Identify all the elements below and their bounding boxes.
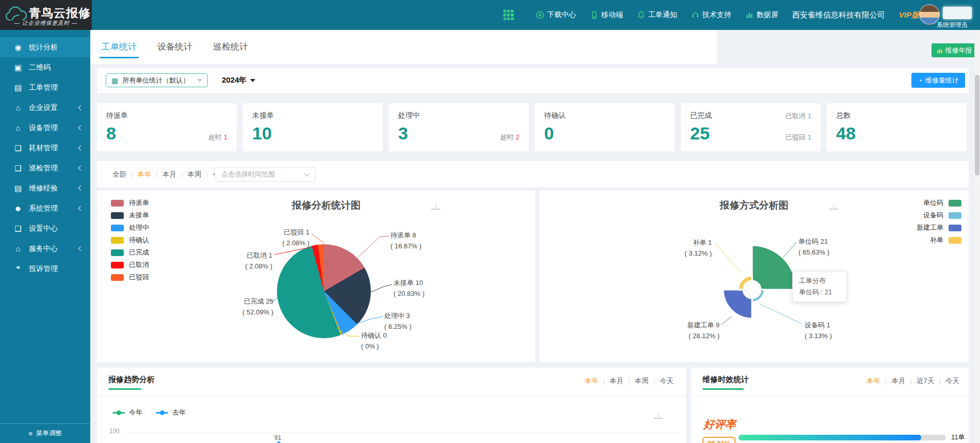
trend-tab-year[interactable]: 本年 xyxy=(584,376,610,386)
timeliness-range-tabs: 本年 本月 近7天 今天 xyxy=(867,376,959,386)
range-all[interactable]: 全部 xyxy=(112,170,138,179)
logo[interactable]: 青鸟云报修 — 让企业维保更及时 — xyxy=(0,0,92,30)
pie-label-chulizhong: 处理中 3 ( 6.25% ) xyxy=(384,310,412,332)
stat-card-pending-confirm: 待确认 0 xyxy=(535,103,675,151)
sidebar-item-label: 统计分析 xyxy=(29,43,58,52)
tab-inspection-stats[interactable]: 巡检统计 xyxy=(211,41,250,64)
legend-label: 已取消 xyxy=(129,260,149,270)
unit-select[interactable]: ▦ 所有单位统计（默认） xyxy=(106,73,208,87)
legend-item[interactable]: 待派单 xyxy=(111,197,149,209)
legend-swatch xyxy=(949,212,961,219)
stat-cancelled: 已取消1 xyxy=(786,112,811,121)
timeliness-tab-month[interactable]: 本月 xyxy=(891,376,917,386)
trend-tab-month[interactable]: 本月 xyxy=(610,376,635,386)
sidebar-item-label: 服务中心 xyxy=(29,244,58,254)
range-this-year[interactable]: 本年 xyxy=(138,170,163,179)
petal-budan[interactable] xyxy=(738,276,752,290)
gridline-dashed xyxy=(126,433,678,433)
legend-swatch xyxy=(111,212,124,219)
positive-rate-label: 好评率 xyxy=(704,417,736,432)
legend-item[interactable]: 补单 xyxy=(917,234,961,246)
legend-item[interactable]: 单位码 xyxy=(917,197,961,209)
trend-tab-week[interactable]: 本周 xyxy=(634,376,660,386)
label-text: 新建工单 9 xyxy=(687,320,720,330)
sidebar-item-system[interactable]: ☻ 系统管理 xyxy=(0,198,90,218)
repair-analysis-pie[interactable] xyxy=(277,244,371,338)
scrollbar-thumb[interactable] xyxy=(975,75,979,176)
sidebar-item-device[interactable]: ⌂ 设备管理 xyxy=(0,118,90,138)
user-block[interactable]: 系统管理员 xyxy=(919,0,977,30)
company-name[interactable]: 西安雀维信息科技有限公司 xyxy=(792,10,885,20)
nav-workorder-notice[interactable]: 工单通知 xyxy=(637,10,677,20)
trend-tab-today[interactable]: 今天 xyxy=(660,376,674,386)
sidebar-item-experience[interactable]: ▤ 维修经验 xyxy=(0,178,90,198)
sidebar-menu: ◉ 统计分析 ▣ 二维码 ▤ 工单管理 ⌂ 企业设置 ⌂ 设备管理 xyxy=(0,30,90,279)
legend-item[interactable]: 处理中 xyxy=(111,222,149,234)
menu-adjust-button[interactable]: ≡ 菜单调整 xyxy=(0,423,90,443)
sidebar-item-complaint[interactable]: ❝ 投诉管理 xyxy=(0,259,90,279)
trend-legend: 今年 去年 xyxy=(112,408,186,417)
overtime-label: 超时 xyxy=(500,133,514,141)
sidebar-item-inspection[interactable]: ❑ 巡检管理 xyxy=(0,158,90,178)
legend-label: 补单 xyxy=(930,235,943,245)
nav-data-screen[interactable]: 数据屏 xyxy=(745,10,778,20)
legend-item[interactable]: 设备码 xyxy=(917,209,961,222)
stat-card-total: 总数 48 xyxy=(827,103,967,151)
download-chart-icon[interactable]: ↓ xyxy=(431,201,440,210)
legend-item[interactable]: 去年 xyxy=(156,408,186,417)
sidebar-item-settings[interactable]: ❑ 设置中心 xyxy=(0,218,90,239)
sidebar-item-enterprise[interactable]: ⌂ 企业设置 xyxy=(0,98,90,118)
petal-danweima[interactable] xyxy=(752,245,796,290)
nav-mobile[interactable]: 移动端 xyxy=(590,10,623,20)
caret-down-icon xyxy=(197,79,202,82)
pie-label-daipaidan: 待派单 8 ( 16.67% ) xyxy=(390,230,421,251)
timeliness-tab-7days[interactable]: 近7天 xyxy=(917,376,945,386)
annual-report-label: 维修年报 xyxy=(945,46,972,55)
petal-shebeima[interactable] xyxy=(752,290,764,302)
cancelled-label: 已取消 xyxy=(786,112,806,120)
range-this-month[interactable]: 本月 xyxy=(162,170,188,179)
sidebar-item-workorder[interactable]: ▤ 工单管理 xyxy=(0,77,90,98)
sidebar-item-stats[interactable]: ◉ 统计分析 xyxy=(0,37,90,57)
date-range-select[interactable]: 点击选择时间范围 xyxy=(215,167,316,182)
legend-item[interactable]: 已取消 xyxy=(111,259,149,271)
nav-download-center[interactable]: 下载中心 xyxy=(536,10,576,20)
nav-tech-support[interactable]: 技术支持 xyxy=(691,10,731,20)
volume-stats-button[interactable]: ◔ 维修量统计 xyxy=(911,73,965,88)
tab-workorder-stats[interactable]: 工单统计 xyxy=(100,41,139,64)
data-point-label: 91 xyxy=(274,434,281,441)
year-select[interactable]: 2024年 xyxy=(222,75,255,85)
tab-device-stats[interactable]: 设备统计 xyxy=(155,41,194,64)
legend-item[interactable]: 今年 xyxy=(112,408,142,417)
annual-report-button[interactable]: 维修年报 xyxy=(932,43,977,57)
top-header: 下载中心 移动端 工单通知 xyxy=(0,0,980,30)
legend-item[interactable]: 已驳回 xyxy=(111,271,149,283)
sidebar-item-service[interactable]: ⌂ 服务中心 xyxy=(0,239,90,259)
qrcode-icon: ▣ xyxy=(13,63,23,72)
download-chart-icon[interactable]: ↓ xyxy=(654,410,663,419)
petal-xinjiangongdan[interactable] xyxy=(723,290,752,319)
time-filter-row: 全部 本年 本月 本周 今天 点击选择时间范围 xyxy=(97,161,969,187)
legend-item[interactable]: 待确认 xyxy=(111,234,149,246)
sidebar-item-consumable[interactable]: ❑ 耗材管理 xyxy=(0,138,90,158)
range-this-week[interactable]: 本周 xyxy=(188,170,213,179)
sidebar-item-qrcode[interactable]: ▣ 二维码 xyxy=(0,57,90,77)
apps-grid-icon[interactable] xyxy=(503,10,514,20)
legend-item[interactable]: 已完成 xyxy=(111,246,149,259)
mini-chart-icon xyxy=(937,48,943,54)
panel-title: 报修趋势分析 xyxy=(108,375,155,385)
cancelled-value: 1 xyxy=(808,112,811,120)
legend-item[interactable]: 未接单 xyxy=(111,209,149,222)
nav-label: 技术支持 xyxy=(703,10,731,20)
tooltip-title: 工单分布 xyxy=(799,275,840,287)
sidebar-item-label: 企业设置 xyxy=(29,103,58,113)
download-chart-icon[interactable]: ↓ xyxy=(829,201,838,210)
rose-label-xinjiangongdan: 新建工单 9 ( 28.12% ) xyxy=(687,320,720,341)
legend-item[interactable]: 新建工单 xyxy=(917,222,961,234)
stats-icon: ◉ xyxy=(13,43,23,52)
pie-label-yibohui: 已驳回 1 ( 2.08% ) xyxy=(282,227,309,248)
timeliness-tab-year[interactable]: 本年 xyxy=(867,376,892,386)
stat-title: 未接单 xyxy=(252,111,373,120)
timeliness-tab-today[interactable]: 今天 xyxy=(945,376,959,386)
scrollbar-track[interactable] xyxy=(974,30,980,443)
